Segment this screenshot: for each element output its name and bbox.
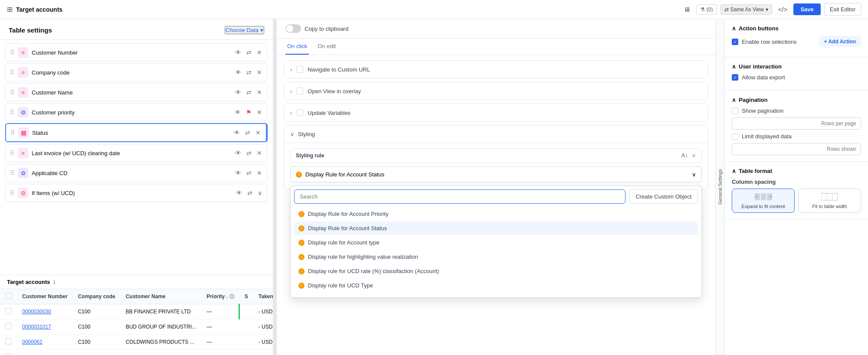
customer-number[interactable]: 0000030030 (17, 304, 73, 319)
rows-per-page-input[interactable] (732, 117, 861, 130)
settings-icon[interactable]: ⇄ (246, 88, 252, 97)
fit-to-width-option[interactable]: Fit to table width (798, 189, 861, 213)
action-checkbox[interactable] (296, 88, 303, 94)
show-pagination-checkbox[interactable] (732, 107, 738, 114)
tab-on-edit[interactable]: On edit (316, 39, 337, 55)
column-row-active[interactable]: ⠿ ▤ Status 👁 ⇄ ✕ (5, 123, 268, 142)
warning-settings-icon[interactable]: ⚑ (245, 108, 252, 117)
column-icon: ⊙ (18, 188, 28, 198)
table-format-header[interactable]: ∧ Table format (732, 168, 861, 174)
column-row[interactable]: ⠿ ⊙ Applicable CD 👁 ⇄ ✕ (5, 164, 268, 182)
customer-number[interactable]: 0000081 (17, 350, 73, 355)
styling-header[interactable]: ∨ Styling (284, 126, 708, 143)
customer-number[interactable]: 0000062 (17, 335, 73, 350)
remove-column-button[interactable]: ✕ (256, 88, 263, 97)
column-row[interactable]: ⠿ ≡ Customer Number 👁 ⇄ ✕ (5, 43, 268, 62)
row-checkbox[interactable] (0, 304, 17, 319)
remove-column-button[interactable]: ✕ (255, 128, 262, 137)
dropdown-selected[interactable]: ! Display Rule for Account Status ∨ (290, 166, 702, 182)
settings-icon[interactable]: ⇄ (246, 68, 252, 77)
settings-icon[interactable]: ⇄ (246, 169, 252, 177)
row-checkbox[interactable] (0, 350, 17, 355)
add-action-button[interactable]: + Add Action (819, 36, 861, 47)
visibility-toggle[interactable]: 👁 (234, 169, 242, 177)
action-buttons-header[interactable]: ∧ Action buttons (732, 25, 861, 32)
limit-data-checkbox[interactable] (732, 133, 738, 140)
expand-icon[interactable]: ∨ (257, 189, 263, 197)
general-settings-tab[interactable]: General Settings (716, 19, 725, 355)
visibility-toggle[interactable]: 👁 (235, 189, 243, 197)
dropdown-item[interactable]: ! Display rule for Account type (294, 236, 698, 249)
exit-editor-button[interactable]: Exit Editor (824, 3, 861, 16)
visibility-toggle[interactable]: 👁 (234, 108, 242, 117)
action-item-header[interactable]: › Navigate to Custom URL (284, 61, 708, 78)
close-icon[interactable]: ✕ (691, 153, 696, 159)
row-checkbox[interactable] (0, 319, 17, 335)
remove-column-button[interactable]: ✕ (256, 68, 263, 77)
code-icon[interactable]: </> (776, 4, 790, 15)
enable-row-selections-checkbox[interactable]: ✓ (732, 39, 738, 45)
center-panel: Copy to clipboard On click On edit › Nav… (277, 19, 716, 355)
customer-number[interactable]: 0000031017 (17, 319, 73, 335)
customer-name: BB FINANCE PRIVATE LTD (121, 304, 201, 319)
remove-column-button[interactable]: ✕ (256, 149, 263, 157)
resize-handle[interactable] (273, 19, 277, 355)
text-format-icon[interactable]: Ꭺ↕ (681, 152, 688, 159)
settings-icon[interactable]: ⇄ (244, 128, 251, 137)
grid-icon[interactable]: ⊞ (7, 5, 13, 13)
visibility-toggle[interactable]: 👁 (234, 68, 242, 77)
row-checkbox[interactable] (0, 335, 17, 350)
action-item-header[interactable]: › Update Variables (284, 104, 708, 121)
remove-column-button[interactable]: ✕ (256, 108, 263, 117)
info-icon: ℹ (53, 279, 56, 285)
filter-button[interactable]: ⚗ (0) (696, 4, 717, 15)
visibility-toggle[interactable]: 👁 (234, 88, 242, 97)
spacing-options: Expand to fit content Fit to table widt (732, 189, 861, 213)
dropdown-item[interactable]: ! Display Rule for Account Priority (294, 207, 698, 221)
dropdown-item[interactable]: ! Display rule for highlighting value re… (294, 250, 698, 264)
remove-column-button[interactable]: ✕ (256, 169, 263, 177)
drag-handle-icon: ⠿ (10, 69, 14, 76)
show-pagination-label: Show pagination (742, 107, 783, 114)
column-row[interactable]: ⠿ ⊙ If Items (w/ UCD) 👁 ⇄ ∨ (5, 184, 268, 202)
tab-on-click[interactable]: On click (285, 39, 309, 55)
visibility-toggle[interactable]: 👁 (233, 128, 241, 137)
search-input[interactable] (294, 189, 626, 204)
column-icon: ≡ (18, 87, 28, 98)
copy-clipboard-toggle-switch[interactable] (285, 24, 301, 33)
column-actions: 👁 ⚑ ✕ (234, 108, 263, 117)
pagination-section: ∧ Pagination Show pagination Limit displ… (725, 91, 868, 162)
settings-icon[interactable]: ⇄ (246, 149, 252, 157)
visibility-toggle[interactable]: 👁 (234, 149, 242, 157)
section-title: ∧ Pagination (732, 97, 767, 103)
settings-icon[interactable]: ⇄ (246, 189, 253, 197)
column-row[interactable]: ⠿ ≡ Company code 👁 ⇄ ✕ (5, 63, 268, 81)
expand-icon (735, 192, 792, 202)
settings-icon[interactable]: ⇄ (246, 48, 252, 57)
column-row[interactable]: ⠿ ≡ Last invoice (w/ UCD) clearing date … (5, 144, 268, 162)
choose-data-button[interactable]: Choose Data ▾ (225, 26, 264, 34)
action-checkbox[interactable] (296, 66, 303, 73)
rows-shown-input[interactable] (732, 143, 861, 155)
section-title: ∧ Table format (732, 168, 772, 174)
select-all-checkbox[interactable] (0, 289, 17, 304)
user-interaction-header[interactable]: ∧ User interaction (732, 63, 861, 70)
dropdown-item[interactable]: ! Display rule for UCD rate (%) classifa… (294, 264, 698, 278)
column-row[interactable]: ⠿ ⊙ Customer priority 👁 ⚑ ✕ (5, 103, 268, 121)
create-custom-object-button[interactable]: Create Custom Object (629, 189, 698, 204)
drag-handle-icon: ⠿ (10, 109, 14, 116)
same-as-view-button[interactable]: ⇄ Same As View ▾ (721, 4, 772, 15)
action-item-header[interactable]: › Open View in overlay (284, 82, 708, 100)
visibility-toggle[interactable]: 👁 (234, 48, 242, 57)
remove-column-button[interactable]: ✕ (256, 48, 263, 57)
action-checkbox[interactable] (296, 109, 303, 116)
dropdown-item[interactable]: ! Display rule for UCD Value classifacti… (294, 293, 698, 294)
column-row[interactable]: ⠿ ≡ Customer Name 👁 ⇄ ✕ (5, 83, 268, 101)
monitor-icon[interactable]: 🖥 (681, 4, 693, 15)
save-button[interactable]: Save (793, 3, 820, 15)
pagination-header[interactable]: ∧ Pagination (732, 97, 861, 103)
expand-to-fit-option[interactable]: Expand to fit content (732, 189, 795, 213)
allow-data-export-checkbox[interactable]: ✓ (732, 74, 738, 81)
dropdown-item[interactable]: ! Display rule for UCD Type (294, 279, 698, 292)
dropdown-item-selected[interactable]: ! Display Rule for Account Status (294, 221, 698, 235)
